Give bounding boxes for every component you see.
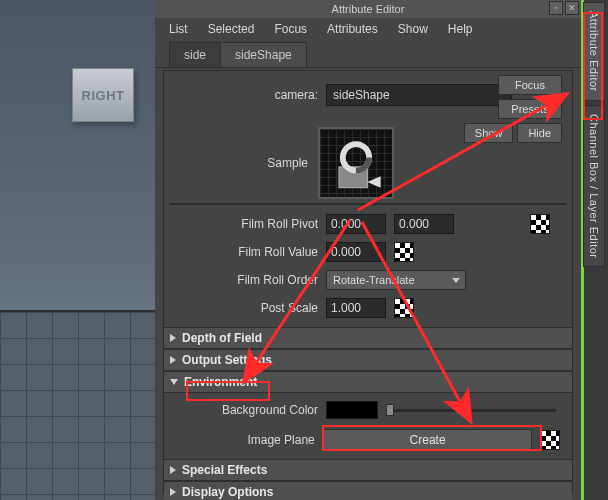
show-button[interactable]: Show xyxy=(464,123,514,143)
tab-side[interactable]: side xyxy=(169,42,221,67)
side-tab-attribute-editor[interactable]: Attribute Editor xyxy=(583,2,605,101)
section-display-options[interactable]: Display Options xyxy=(164,481,572,500)
menu-show[interactable]: Show xyxy=(390,20,436,38)
camera-label: camera: xyxy=(164,88,318,102)
film-roll-order-label: Film Roll Order xyxy=(164,273,318,287)
background-color-label: Background Color xyxy=(164,403,318,417)
viewport-grid xyxy=(0,312,155,500)
menu-help[interactable]: Help xyxy=(440,20,481,38)
section-depth-of-field[interactable]: Depth of Field xyxy=(164,327,572,349)
sample-label: Sample xyxy=(164,156,318,170)
hide-button[interactable]: Hide xyxy=(517,123,562,143)
side-tab-strip: Attribute Editor Channel Box / Layer Edi… xyxy=(581,0,608,500)
view-cube-right[interactable]: RIGHT xyxy=(72,68,134,122)
menu-selected[interactable]: Selected xyxy=(200,20,263,38)
viewport-right[interactable]: RIGHT xyxy=(0,0,155,500)
section-output-settings[interactable]: Output Settings xyxy=(164,349,572,371)
close-icon[interactable]: ✕ xyxy=(565,1,579,15)
background-color-swatch[interactable] xyxy=(326,401,378,419)
title-bar-text: Attribute Editor xyxy=(332,3,405,15)
menu-bar: List Selected Focus Attributes Show Help xyxy=(155,18,581,40)
sample-swatch[interactable] xyxy=(318,127,394,199)
attribute-body: Focus Presets Show Hide camera: Sample xyxy=(163,70,573,494)
focus-button[interactable]: Focus xyxy=(498,75,562,95)
menu-focus[interactable]: Focus xyxy=(266,20,315,38)
chevron-right-icon xyxy=(170,334,176,342)
section-environment[interactable]: Environment xyxy=(164,371,572,393)
film-roll-value[interactable] xyxy=(326,242,386,262)
post-scale-label: Post Scale xyxy=(164,301,318,315)
film-roll-pivot-label: Film Roll Pivot xyxy=(164,217,318,231)
node-tabs: side sideShape xyxy=(155,40,581,68)
svg-marker-3 xyxy=(367,176,380,187)
background-color-slider[interactable] xyxy=(386,401,556,419)
undock-icon[interactable]: ▫ xyxy=(549,1,563,15)
divider xyxy=(170,203,566,205)
map-button-postscale[interactable] xyxy=(394,298,414,318)
side-tab-channel-box[interactable]: Channel Box / Layer Editor xyxy=(583,105,605,267)
map-button-pivot[interactable] xyxy=(530,214,550,234)
view-cube-label: RIGHT xyxy=(82,88,125,103)
menu-attributes[interactable]: Attributes xyxy=(319,20,386,38)
attribute-editor-panel: Attribute Editor ▫ ✕ List Selected Focus… xyxy=(155,0,581,500)
film-roll-order-dropdown[interactable]: Rotate-Translate xyxy=(326,270,466,290)
presets-button[interactable]: Presets xyxy=(498,99,562,119)
title-bar: Attribute Editor ▫ ✕ xyxy=(155,0,581,18)
film-roll-value-label: Film Roll Value xyxy=(164,245,318,259)
chevron-right-icon xyxy=(170,488,176,496)
film-roll-pivot-y[interactable] xyxy=(394,214,454,234)
menu-list[interactable]: List xyxy=(161,20,196,38)
tab-sideshape[interactable]: sideShape xyxy=(220,42,307,67)
post-scale[interactable] xyxy=(326,298,386,318)
chevron-down-icon xyxy=(170,379,178,385)
create-image-plane-button[interactable]: Create xyxy=(323,429,533,451)
map-button-imageplane[interactable] xyxy=(540,430,560,450)
film-roll-pivot-x[interactable] xyxy=(326,214,386,234)
section-special-effects[interactable]: Special Effects xyxy=(164,459,572,481)
image-plane-label: Image Plane xyxy=(164,433,315,447)
chevron-right-icon xyxy=(170,466,176,474)
chevron-right-icon xyxy=(170,356,176,364)
map-button-value[interactable] xyxy=(394,242,414,262)
